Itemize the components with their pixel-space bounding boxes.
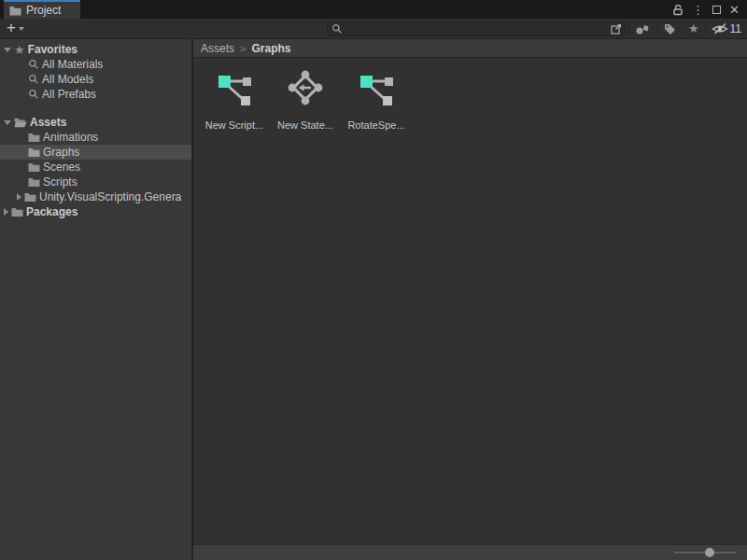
star-icon: ★ xyxy=(688,22,699,35)
hidden-count: 11 xyxy=(730,22,741,35)
sidebar-item-scripts[interactable]: Scripts xyxy=(0,175,191,189)
sidebar-item-label: Packages xyxy=(26,205,78,218)
sidebar-item-scenes[interactable]: Scenes xyxy=(0,160,191,175)
state-graph-icon xyxy=(287,69,324,106)
sidebar-item-label: All Prefabs xyxy=(42,88,96,101)
folder-icon xyxy=(28,133,40,143)
star-icon: ★ xyxy=(14,44,25,56)
search-by-type-icon xyxy=(635,22,651,35)
sidebar-item-label: Graphs xyxy=(43,146,79,159)
folder-icon xyxy=(24,192,36,203)
sidebar-item-graphs[interactable]: Graphs xyxy=(0,145,191,160)
folder-icon xyxy=(11,207,23,217)
search-icon xyxy=(28,74,39,85)
chevron-right-icon[interactable] xyxy=(4,208,8,216)
unlock-icon[interactable] xyxy=(672,4,684,16)
project-toolbar: + ★ 11 xyxy=(0,19,747,39)
folder-icon xyxy=(28,177,40,188)
window-controls: ⋮ ✕ xyxy=(672,0,747,19)
sidebar-item-label: Assets xyxy=(30,116,66,129)
sidebar-item-all-materials[interactable]: All Materials xyxy=(0,57,191,72)
sidebar-item-label: Unity.VisualScripting.Genera xyxy=(39,190,181,203)
breadcrumb-separator: > xyxy=(240,43,246,54)
status-bar xyxy=(193,544,747,560)
asset-label: New State... xyxy=(277,119,333,131)
chevron-down-icon[interactable] xyxy=(4,48,11,52)
tab-title: Project xyxy=(26,4,61,17)
folder-icon xyxy=(28,147,40,158)
add-asset-button[interactable]: + xyxy=(0,19,31,38)
sidebar-item-label: All Materials xyxy=(42,58,103,71)
chevron-down-icon xyxy=(19,27,24,31)
kebab-menu-icon[interactable]: ⋮ xyxy=(692,4,704,16)
sidebar-item-label: Favorites xyxy=(28,43,78,56)
search-icon xyxy=(28,59,39,70)
sidebar-item-all-models[interactable]: All Models xyxy=(0,72,191,87)
search-icon xyxy=(28,89,39,100)
search-field[interactable] xyxy=(327,21,626,36)
sidebar-item-label: All Models xyxy=(42,73,93,86)
breadcrumb-assets[interactable]: Assets xyxy=(201,42,234,55)
search-input[interactable] xyxy=(343,22,610,35)
search-by-type-button[interactable] xyxy=(628,21,656,37)
sidebar-item-label: Scenes xyxy=(43,161,80,174)
thumbnail-zoom-slider[interactable] xyxy=(674,548,736,557)
sidebar-item-favorites[interactable]: ★ Favorites xyxy=(0,42,191,57)
breadcrumb: Assets > Graphs xyxy=(193,39,747,58)
asset-new-state-graph[interactable]: New State... xyxy=(270,69,341,131)
chevron-right-icon[interactable] xyxy=(17,193,21,201)
folder-icon xyxy=(9,6,21,16)
favorites-filter-button[interactable]: ★ xyxy=(682,21,705,37)
plus-icon: + xyxy=(7,20,16,35)
sidebar-item-assets[interactable]: Assets xyxy=(0,115,191,130)
slider-handle[interactable] xyxy=(705,548,714,557)
tab-project[interactable]: Project xyxy=(4,0,80,19)
main-area: ★ Favorites All Materials All Models All… xyxy=(0,39,747,560)
project-tree-sidebar: ★ Favorites All Materials All Models All… xyxy=(0,39,193,560)
breadcrumb-current[interactable]: Graphs xyxy=(251,42,290,55)
sidebar-item-unity-visualscripting[interactable]: Unity.VisualScripting.Genera xyxy=(0,189,191,204)
label-tag-icon xyxy=(663,22,676,35)
sidebar-item-label: Scripts xyxy=(43,175,78,189)
maximize-icon[interactable] xyxy=(712,6,721,14)
folder-open-icon xyxy=(14,118,27,128)
asset-grid: New Script... New State... xyxy=(193,58,747,544)
sidebar-item-packages[interactable]: Packages xyxy=(0,204,191,219)
search-icon xyxy=(331,23,343,35)
close-icon[interactable]: ✕ xyxy=(729,4,740,16)
folder-icon xyxy=(28,162,40,173)
sidebar-item-animations[interactable]: Animations xyxy=(0,130,191,145)
tab-bar: Project ⋮ ✕ xyxy=(0,0,747,19)
open-search-window-icon[interactable] xyxy=(610,22,623,35)
sidebar-item-all-prefabs[interactable]: All Prefabs xyxy=(0,87,191,102)
sidebar-item-label: Animations xyxy=(43,131,98,144)
eye-slash-icon xyxy=(712,22,728,35)
asset-browser-content: Assets > Graphs New Script... xyxy=(193,39,747,560)
script-graph-icon xyxy=(358,69,395,106)
asset-label: New Script... xyxy=(205,119,263,131)
search-by-label-button[interactable] xyxy=(656,21,682,37)
script-graph-icon xyxy=(216,69,253,106)
chevron-down-icon[interactable] xyxy=(4,120,11,125)
asset-label: RotateSpe... xyxy=(347,119,404,131)
asset-rotate-speed-graph[interactable]: RotateSpe... xyxy=(341,69,412,131)
hidden-packages-toggle[interactable]: 11 xyxy=(705,21,747,37)
asset-new-script-graph[interactable]: New Script... xyxy=(199,69,270,131)
